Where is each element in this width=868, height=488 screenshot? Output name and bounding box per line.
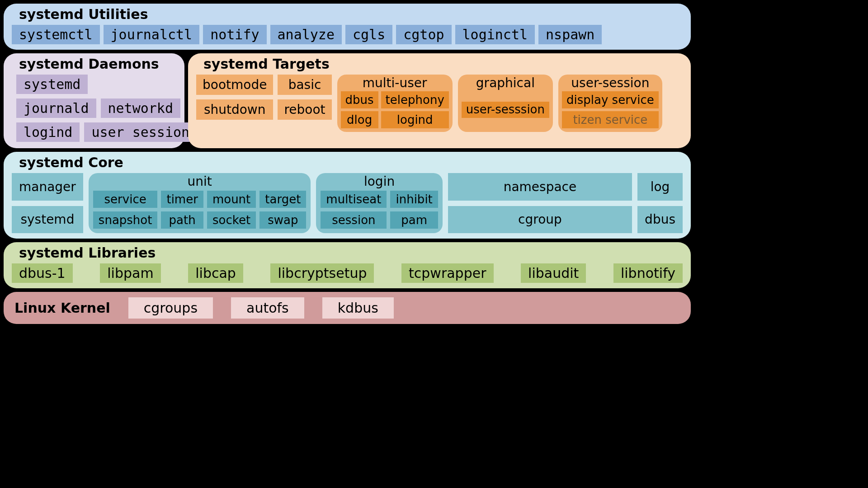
targets-title: systemd Targets (203, 56, 683, 72)
unit-item: service (93, 191, 158, 208)
core-left: manager systemd (12, 173, 83, 233)
target-sub-item: telephony (381, 91, 449, 108)
login-item: pam (390, 211, 438, 229)
unit-item: mount (207, 191, 256, 208)
target-item: reboot (278, 99, 331, 120)
kernel-item: autofs (231, 297, 304, 319)
util-item: cgtop (396, 25, 451, 44)
util-item: notify (203, 25, 266, 44)
target-sub-item: tizen service (562, 111, 659, 128)
daemon-item: networkd (101, 99, 181, 118)
target-group-multiuser: multi-user dbus telephony dlog logind (337, 75, 453, 132)
group-title: unit (93, 174, 306, 189)
utilities-title: systemd Utilities (19, 6, 683, 22)
core-right1: namespace cgroup (448, 173, 632, 233)
util-item: journalctl (104, 25, 200, 44)
group-title: multi-user (363, 75, 427, 90)
unit-item: swap (259, 211, 306, 229)
core-login-group: login multiseat inhibit session pam (316, 173, 442, 233)
daemon-item: journald (16, 99, 96, 118)
unit-item: snapshot (93, 211, 158, 229)
unit-item: socket (207, 211, 256, 229)
target-sub-item: dlog (341, 111, 378, 128)
login-item: inhibit (390, 191, 438, 208)
core-item: dbus (637, 206, 683, 234)
core-right2: log dbus (637, 173, 683, 233)
core-item: log (637, 173, 683, 201)
target-group-graphical: graphical user-sesssion (458, 75, 553, 132)
group-title: graphical (476, 75, 535, 90)
util-item: nspawn (538, 25, 602, 44)
lib-item: libpam (100, 263, 160, 283)
target-group-usersession: user-session display service tizen servi… (558, 75, 662, 132)
kernel-layer: Linux Kernel cgroups autofs kdbus (4, 292, 691, 324)
daemons-layer: systemd Daemons systemd journald network… (4, 53, 184, 148)
daemon-item: logind (16, 122, 80, 142)
lib-item: libaudit (521, 263, 586, 283)
core-title: systemd Core (19, 155, 683, 170)
util-item: analyze (270, 25, 342, 44)
target-item: basic (278, 75, 331, 95)
daemons-title: systemd Daemons (19, 56, 176, 72)
targets-layer: systemd Targets bootmode basic shutdown … (188, 53, 691, 148)
lib-item: dbus-1 (12, 263, 73, 283)
targets-basic-grid: bootmode basic shutdown reboot (196, 75, 332, 122)
daemons-targets-row: systemd Daemons systemd journald network… (4, 53, 691, 148)
login-item: session (321, 211, 387, 229)
libs-title: systemd Libraries (19, 245, 683, 261)
lib-item: libcap (188, 263, 243, 283)
lib-item: tcpwrapper (401, 263, 493, 283)
daemon-item: user session (84, 122, 197, 142)
lib-item: libcryptsetup (270, 263, 374, 283)
target-item: bootmode (196, 75, 273, 95)
target-sub-item: user-sesssion (462, 102, 549, 117)
utilities-row: systemctl journalctl notify analyze cgls… (12, 25, 683, 44)
target-sub-item: display service (562, 91, 659, 108)
kernel-item: kdbus (322, 297, 394, 319)
target-sub-item: logind (381, 111, 449, 128)
util-item: systemctl (12, 25, 100, 44)
kernel-title: Linux Kernel (14, 300, 110, 316)
libs-layer: systemd Libraries dbus-1 libpam libcap l… (4, 242, 691, 288)
login-item: multiseat (321, 191, 387, 208)
core-unit-group: unit service timer mount target snapshot… (89, 173, 311, 233)
core-item: manager (12, 173, 83, 201)
core-item: systemd (12, 206, 83, 234)
core-item: cgroup (448, 206, 632, 234)
kernel-item: cgroups (128, 297, 213, 319)
util-item: cgls (345, 25, 392, 44)
group-title: user-session (571, 75, 649, 90)
unit-item: path (161, 211, 203, 229)
target-sub-item: dbus (341, 91, 378, 108)
core-item: namespace (448, 173, 632, 201)
target-item: shutdown (196, 99, 273, 120)
util-item: loginctl (455, 25, 535, 44)
utilities-layer: systemd Utilities systemctl journalctl n… (4, 4, 691, 50)
group-title: login (321, 174, 438, 189)
daemon-item: systemd (16, 75, 88, 94)
core-layer: systemd Core manager systemd unit servic… (4, 152, 691, 239)
unit-item: target (259, 191, 306, 208)
lib-item: libnotify (613, 263, 683, 283)
unit-item: timer (161, 191, 203, 208)
